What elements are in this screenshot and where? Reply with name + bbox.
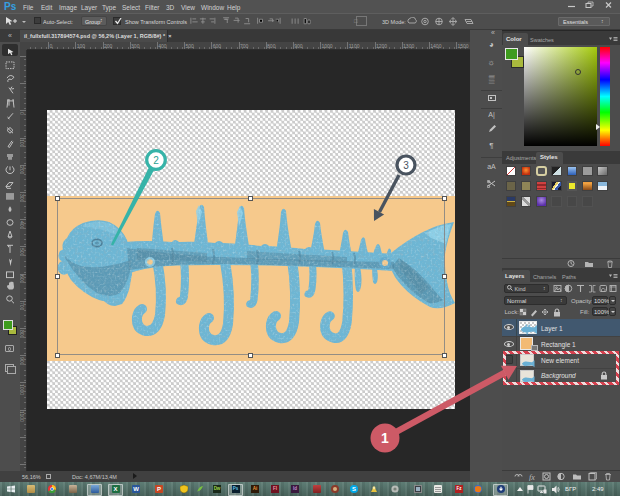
svg-text:fx: fx (529, 473, 535, 482)
svg-text:S: S (352, 486, 356, 492)
